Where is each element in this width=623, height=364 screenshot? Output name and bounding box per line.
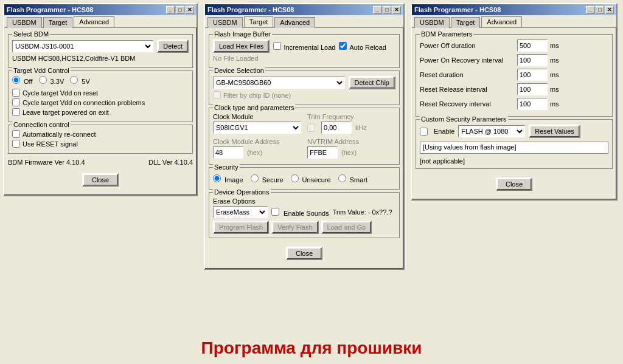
incremental-load-label[interactable]: Incremental Load <box>273 42 335 51</box>
auto-reload-cb[interactable] <box>339 42 347 50</box>
detect-chip-btn[interactable]: Detect Chip <box>349 76 395 89</box>
win3-close-btn[interactable]: Close <box>496 177 532 191</box>
radio-off-label[interactable]: Off <box>12 76 33 85</box>
using-values-info: [Using values from flash image] <box>420 142 608 154</box>
load-go-btn[interactable]: Load and Go <box>321 221 372 234</box>
detect-button[interactable]: Detect <box>157 39 189 53</box>
radio-5v[interactable] <box>70 76 78 84</box>
bdm-dropdown[interactable]: USBDM-JS16-0001 <box>12 40 153 52</box>
tab-target-3[interactable]: Target <box>451 17 481 28</box>
win3-close-btn-title[interactable]: ✕ <box>605 6 614 14</box>
custom-security-dropdown[interactable]: FLASH @ 1080 <box>458 125 525 137</box>
trim-value-label: Trim Value: - 0x??.? <box>333 208 392 216</box>
tab-usbdm-2[interactable]: USBDM <box>207 17 243 28</box>
win3-minimize-btn[interactable]: _ <box>586 6 594 14</box>
trim-freq-label: Trim Frequency <box>307 113 395 120</box>
tab-advanced-1[interactable]: Advanced <box>74 16 114 27</box>
enable-sounds-cb[interactable] <box>271 208 279 216</box>
window1-titlebar: Flash Programmer - HCS08 _ □ ✕ <box>4 4 197 15</box>
na-text: [not applicable] <box>420 157 608 165</box>
device-dropdown[interactable]: GB-MC9S08GB60 <box>213 77 345 89</box>
security-secure-label[interactable]: Secure <box>251 174 284 184</box>
cb-cycle-reset-label: Cycle target Vdd on reset <box>23 89 98 97</box>
radio-unsecure[interactable] <box>291 174 299 182</box>
device-ops-label: Device Operations <box>213 188 271 196</box>
verify-flash-btn[interactable]: Verify Flash <box>271 221 318 234</box>
program-flash-btn[interactable]: Program Flash <box>213 221 269 234</box>
connection-control-label: Connection control <box>12 121 71 128</box>
radio-secure[interactable] <box>251 174 259 182</box>
close-btn-title[interactable]: ✕ <box>186 6 194 14</box>
filter-chip-cb[interactable] <box>213 91 221 99</box>
tab-usbdm-3[interactable]: USBDM <box>414 17 450 28</box>
win3-maximize-btn[interactable]: □ <box>596 6 604 14</box>
win2-minimize-btn[interactable]: _ <box>373 6 381 14</box>
bdm-param-row-2: Reset duration ms <box>420 69 608 81</box>
tab-advanced-2[interactable]: Advanced <box>274 17 315 28</box>
radio-33[interactable] <box>39 76 47 84</box>
bdm-param-label-0: Power Off duration <box>420 42 517 49</box>
footer: BDM Firmware Ver 4.10.4 DLL Ver 4.10.4 <box>8 156 193 167</box>
radio-image[interactable] <box>213 174 221 182</box>
radio-33-label[interactable]: 3.3V <box>39 76 64 85</box>
reset-signal-label: Use RESET signal <box>23 140 78 148</box>
win2-close-btn-title[interactable]: ✕ <box>392 6 401 14</box>
tab-advanced-3[interactable]: Advanced <box>481 16 522 27</box>
tab-usbdm-1[interactable]: USBDM <box>7 17 42 28</box>
cb-leave-powered[interactable] <box>12 108 20 116</box>
minimize-btn[interactable]: _ <box>166 6 175 14</box>
cb-auto-reconnect[interactable] <box>12 130 20 138</box>
radio-5v-label[interactable]: 5V <box>70 76 90 85</box>
device-selection-label: Device Selection <box>213 67 265 74</box>
cb-cycle-connection[interactable] <box>12 98 20 106</box>
security-smart-label[interactable]: Smart <box>338 174 367 184</box>
win2-tabs: USBDM Target Advanced <box>205 15 403 28</box>
device-operations-group: Device Operations Erase Options EraseMas… <box>209 192 400 238</box>
erase-select[interactable]: EraseMass <box>213 206 268 218</box>
enable-sounds-label[interactable]: Enable Sounds <box>271 208 329 217</box>
clock-module-label: Clock Module <box>213 113 301 120</box>
device-selection-group: Device Selection GB-MC9S08GB60 Detect Ch… <box>209 70 400 105</box>
dll-ver: DLL Ver 4.10.4 <box>148 159 193 166</box>
window1-title: Flash Programmer - HCS08 <box>7 6 93 13</box>
trim-freq-cb[interactable] <box>307 124 315 132</box>
bdm-param-input-0[interactable] <box>517 39 548 52</box>
bdm-param-input-4[interactable] <box>517 98 548 110</box>
tab-target-2[interactable]: Target <box>244 16 274 27</box>
win1-close-btn[interactable]: Close <box>82 173 119 187</box>
reset-values-btn[interactable]: Reset Values <box>529 125 580 138</box>
bdm-param-input-1[interactable] <box>517 54 548 66</box>
clock-addr-unit: (hex) <box>247 149 262 156</box>
cb-cycle-reset[interactable] <box>12 89 20 97</box>
custom-enable-label: Enable <box>434 128 454 135</box>
radio-smart[interactable] <box>338 174 346 182</box>
clock-module-addr-input[interactable] <box>213 146 243 159</box>
bdm-param-input-3[interactable] <box>517 83 548 95</box>
security-unsecure-label[interactable]: Unsecure <box>291 174 331 184</box>
radio-off[interactable] <box>12 76 20 84</box>
incremental-load-cb[interactable] <box>273 42 281 50</box>
security-group: Security Image Secure Unsecure Smart <box>209 167 400 190</box>
tab-target-1[interactable]: Target <box>43 17 73 28</box>
custom-enable-cb[interactable] <box>420 128 428 136</box>
win2-close-btn[interactable]: Close <box>286 247 322 260</box>
auto-reload-label[interactable]: Auto Reload <box>339 42 386 51</box>
bdm-param-label-1: Power On Recovery interval <box>420 57 517 64</box>
load-hex-btn[interactable]: Load Hex Files <box>213 39 270 53</box>
nvtrim-input[interactable] <box>307 146 338 159</box>
cb-reset-signal[interactable] <box>12 140 20 148</box>
bdm-param-row-3: Reset Release interval ms <box>420 83 608 95</box>
trim-freq-input[interactable] <box>321 122 352 134</box>
bdm-param-unit-2: ms <box>550 71 559 78</box>
security-image-label[interactable]: Image <box>213 174 243 184</box>
win2-maximize-btn[interactable]: □ <box>383 6 391 14</box>
bdm-param-row-1: Power On Recovery interval ms <box>420 54 608 66</box>
bdm-param-input-2[interactable] <box>517 69 548 81</box>
maximize-btn[interactable]: □ <box>176 6 184 14</box>
no-file-label: No File Loaded <box>213 55 395 62</box>
bdm-param-unit-3: ms <box>550 86 559 93</box>
clock-module-select[interactable]: S08ICGV1 <box>213 122 301 134</box>
bdm-param-unit-1: ms <box>550 57 559 64</box>
erase-options-label: Erase Options <box>213 197 395 205</box>
clock-module-addr-label: Clock Module Address <box>213 138 301 145</box>
